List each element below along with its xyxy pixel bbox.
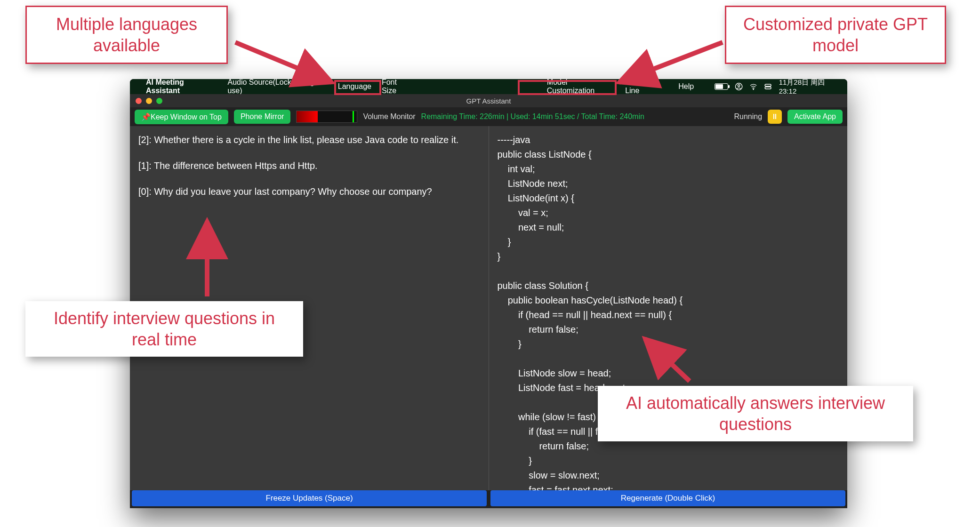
menubar-item-help[interactable]: Help [678, 82, 694, 91]
menubar-app-name[interactable]: AI Meeting Assistant [146, 78, 217, 95]
menubar-item-language[interactable]: Language [338, 82, 371, 91]
callout-model: Customized private GPT model [725, 6, 946, 64]
callout-answers: AI automatically answers interview quest… [598, 386, 913, 441]
question-item[interactable]: [1]: The difference between Https and Ht… [138, 159, 480, 173]
window-titlebar: GPT Assistant [130, 94, 847, 107]
question-text: Whether there is a cycle in the link lis… [154, 135, 458, 145]
menubar-clock: 11月28日 周四 23:12 [779, 78, 842, 95]
close-icon[interactable] [136, 98, 142, 104]
question-item[interactable]: [0]: Why did you leave your last company… [138, 184, 480, 199]
svg-line-0 [235, 42, 332, 82]
control-center-icon[interactable] [764, 82, 772, 91]
maximize-icon[interactable] [156, 98, 162, 104]
svg-point-5 [738, 85, 739, 87]
window-title: GPT Assistant [466, 97, 511, 105]
svg-rect-8 [765, 87, 771, 89]
svg-rect-7 [765, 84, 771, 86]
volume-label: Volume Monitor [363, 112, 415, 121]
question-text: Why did you leave your last company? Why… [154, 186, 432, 197]
question-text: The difference between Https and Http. [154, 160, 318, 171]
freeze-updates-button[interactable]: Freeze Updates (Space) [132, 490, 487, 506]
status-running: Running [734, 112, 762, 121]
menubar-item-model-customization[interactable]: Model Customization [547, 78, 615, 95]
menubar-item-font-size[interactable]: Font Size [382, 78, 412, 95]
wifi-icon [749, 82, 757, 91]
traffic-lights[interactable] [136, 98, 162, 104]
volume-meter [296, 111, 357, 123]
app-toolbar: 📌Keep Window on Top Phone Mirror Volume … [130, 107, 847, 126]
activate-button[interactable]: Activate App [787, 110, 843, 124]
app-window: AI Meeting Assistant Audio Source(Lock d… [130, 79, 847, 508]
user-icon [735, 82, 743, 91]
question-index: [2] [138, 135, 149, 145]
question-item[interactable]: [2]: Whether there is a cycle in the lin… [138, 133, 480, 147]
question-index: [1] [138, 160, 149, 171]
mac-menubar: AI Meeting Assistant Audio Source(Lock d… [130, 79, 847, 94]
phone-mirror-button[interactable]: Phone Mirror [234, 110, 290, 124]
svg-line-1 [619, 42, 723, 82]
footer-bar: Freeze Updates (Space) Regenerate (Doubl… [130, 490, 847, 508]
regenerate-button[interactable]: Regenerate (Double Click) [490, 490, 845, 506]
question-index: [0] [138, 186, 149, 197]
callout-identify: Identify interview questions in real tim… [25, 301, 303, 357]
svg-point-6 [753, 89, 754, 89]
callout-languages: Multiple languages available [25, 6, 228, 64]
time-info: Remaining Time: 226min | Used: 14min 51s… [421, 112, 644, 121]
menubar-item-connect-line[interactable]: Connect Line [625, 78, 668, 95]
keep-on-top-button[interactable]: 📌Keep Window on Top [135, 110, 228, 124]
pause-button[interactable]: ⏸ [768, 110, 782, 124]
battery-icon [715, 83, 728, 90]
minimize-icon[interactable] [146, 98, 152, 104]
menubar-tray: 11月28日 周四 23:12 [715, 78, 842, 95]
menubar-item-audio-source[interactable]: Audio Source(Lock during use) [227, 78, 327, 95]
